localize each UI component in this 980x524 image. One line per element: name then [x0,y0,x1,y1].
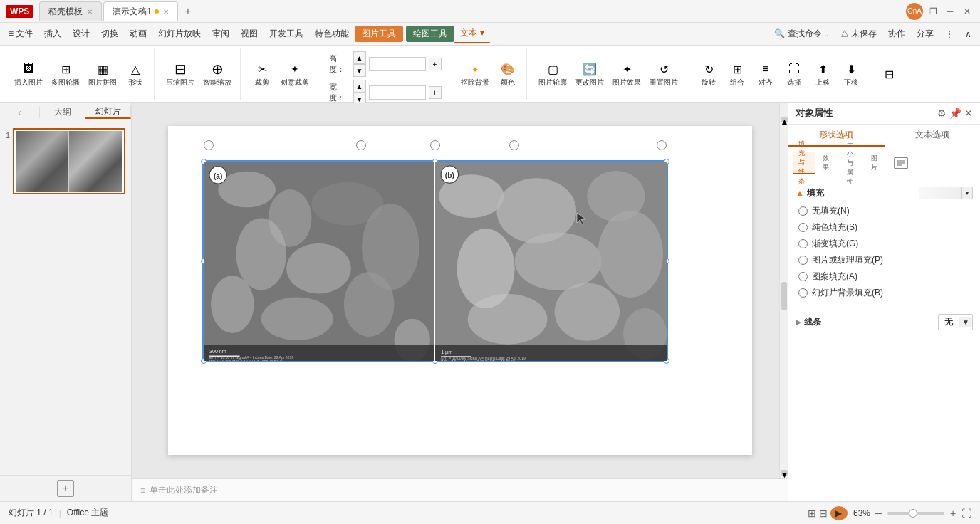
menu-slideshow[interactable]: 幻灯片放映 [152,25,207,43]
img-tile-button[interactable]: ▦ 图片拼图 [85,59,120,89]
img-frame-button[interactable]: ▢ 图片轮廓 [536,59,570,89]
sem-image-a[interactable]: 300 nm EHT = 10.00 kV Signal A = InLens … [204,162,435,361]
collapse-ribbon[interactable]: ∧ [959,26,977,42]
insert-img-button[interactable]: 🖼 插入图片 [11,59,46,89]
fill-solid-radio[interactable] [798,223,808,232]
up-button[interactable]: ⬆ 上移 [810,59,835,89]
vscroll-down[interactable]: ▼ [781,470,788,476]
panel-close-icon[interactable]: ✕ [964,108,973,119]
add-slide-button[interactable]: + [57,480,74,497]
fill-solid-option[interactable]: 纯色填充(S) [798,221,973,234]
fill-section-title[interactable]: ▲ 填充 ▼ [796,187,973,199]
sidebar-slides-label[interactable]: 幻灯片 [85,105,131,119]
compress-img-button[interactable]: ⊟ 压缩图片 [163,59,197,89]
search-command[interactable]: 🔍 查找命令... [768,25,834,43]
menu-draw-tools[interactable]: 绘图工具 [406,26,454,42]
menu-insert[interactable]: 插入 [38,25,67,43]
panel-icon-size-props[interactable]: 大小与属性 [841,152,864,174]
reset-img-button[interactable]: ↺ 重置图片 [647,59,681,89]
rotate-button[interactable]: ↻ 旋转 [696,59,721,89]
zoom-thumb[interactable] [909,509,917,518]
height-decrease-button[interactable]: ▼ [353,64,366,77]
menu-view[interactable]: 视图 [235,25,264,43]
height-input[interactable] [369,57,426,71]
remove-bg-button[interactable]: 🔸 抠除背景 [458,59,492,89]
tab-presentation-close[interactable]: ✕ [163,8,169,16]
restore-button[interactable]: ❐ [926,4,940,19]
crop-button[interactable]: ✂ 裁剪 [249,59,275,89]
down-button[interactable]: ⬇ 下移 [838,59,864,89]
multi-img-button[interactable]: ⊞ 多图轮播 [48,59,83,89]
creative-clip-button[interactable]: ✦ 创意裁剪 [278,59,312,89]
panel-settings-icon[interactable]: ⚙ [937,108,947,119]
view-normal-button[interactable]: ⊞ [808,508,816,519]
vscroll-up[interactable]: ▲ [781,117,788,122]
view-slideshow-button[interactable]: ▶ [830,506,848,520]
change-img-button[interactable]: 🔄 更改图片 [573,59,607,89]
fill-none-radio[interactable] [798,206,808,216]
rotate-handle-center-right[interactable] [509,140,519,150]
zoom-plus-button[interactable]: + [947,508,959,519]
zoom-slider[interactable] [887,512,944,515]
collaborate[interactable]: 协作 [882,25,911,43]
fullscreen-button[interactable]: ⛶ [961,508,971,519]
stroke-dropdown-arrow[interactable]: ▼ [959,317,972,328]
color-button[interactable]: 🎨 颜色 [495,59,521,89]
notes-bar[interactable]: ≡ 单击此处添加备注 [132,478,788,501]
fill-none-option[interactable]: 无填充(N) [798,205,973,217]
stroke-section-title[interactable]: ▶ 线条 无 ▼ [796,314,973,330]
extra-settings-button[interactable]: ⊟ [876,64,902,84]
close-button[interactable]: ✕ [960,4,974,19]
width-add-button[interactable]: + [429,86,442,99]
stroke-dropdown[interactable]: 无 ▼ [938,314,973,330]
fill-picture-radio[interactable] [798,256,808,265]
menu-img-tools[interactable]: 图片工具 [355,26,403,42]
more-menu[interactable]: ⋮ [939,26,959,42]
smart-zoom-button[interactable]: ⊕ 智能缩放 [200,59,234,89]
vscroll-bar[interactable]: ▲ ▼ [779,103,788,478]
fill-color-dropdown[interactable]: ▼ [961,187,973,199]
rotate-handle-right[interactable] [657,140,667,150]
fill-bg-option[interactable]: 幻灯片背景填充(B) [798,287,973,299]
tab-template-close[interactable]: ✕ [87,8,93,16]
menu-text-tools[interactable]: 文本 ▾ [454,24,489,43]
fill-bg-radio[interactable] [798,288,808,298]
menu-review[interactable]: 审阅 [207,25,235,43]
rotate-handle-center[interactable] [430,140,440,150]
cloud-save[interactable]: △ 未保存 [835,25,882,43]
align-button[interactable]: ≡ 对齐 [753,59,778,89]
panel-icon-extra[interactable] [890,152,912,174]
menu-transition[interactable]: 切换 [95,25,124,43]
fill-pattern-option[interactable]: 图案填充(A) [798,271,973,283]
menu-special[interactable]: 特色功能 [309,25,355,43]
height-add-button[interactable]: + [429,58,442,70]
zoom-minus-button[interactable]: ─ [873,508,885,519]
fill-gradient-radio[interactable] [798,239,808,248]
menu-design[interactable]: 设计 [67,25,95,43]
panel-icon-fill-line[interactable]: 填充与线条 [793,152,815,174]
width-input[interactable] [369,85,426,100]
image-group[interactable]: 300 nm EHT = 10.00 kV Signal A = InLens … [204,162,667,361]
fill-pattern-radio[interactable] [798,272,808,281]
width-increase-button[interactable]: ▲ [353,80,366,93]
fill-picture-option[interactable]: 图片或纹理填充(P) [798,254,973,266]
view-outline-button[interactable]: ⊟ [819,508,828,519]
panel-icon-picture[interactable]: 图片 [865,152,888,174]
slide-1-item[interactable] [13,128,125,194]
menu-animation[interactable]: 动画 [124,25,152,43]
img-effect-button[interactable]: ✦ 图片效果 [610,59,644,89]
add-tab-button[interactable]: + [179,3,197,20]
share[interactable]: 分享 [911,25,939,43]
combine-button[interactable]: ⊞ 组合 [724,59,750,89]
menu-file[interactable]: ≡ 文件 [3,25,38,43]
slide[interactable]: 300 nm EHT = 10.00 kV Signal A = InLens … [168,126,752,455]
fill-gradient-option[interactable]: 渐变填充(G) [798,238,973,250]
panel-icon-effects[interactable]: 效果 [817,152,840,174]
tab-template[interactable]: 稻壳模板 ✕ [39,1,102,21]
height-increase-button[interactable]: ▲ [353,51,366,64]
menu-dev[interactable]: 开发工具 [264,25,309,43]
shape-button[interactable]: △ 形状 [123,59,148,89]
rotate-handle-left[interactable] [204,140,214,150]
select-button[interactable]: ⛶ 选择 [781,59,807,89]
rotate-handle-center-left[interactable] [356,140,366,150]
